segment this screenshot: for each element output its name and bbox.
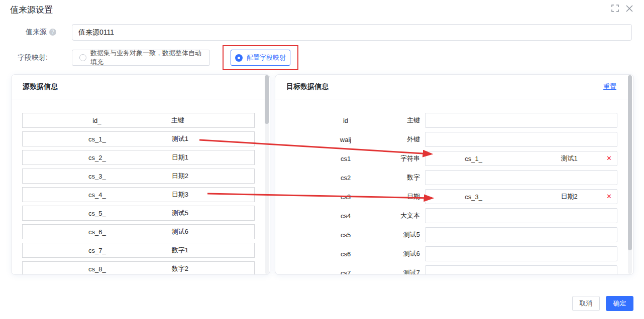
source-field-row[interactable]: cs_3_ 日期2 bbox=[22, 169, 255, 184]
target-field-name: id bbox=[310, 117, 381, 124]
source-field-name: cs_3_ bbox=[88, 173, 106, 180]
target-field-type: 测试5 bbox=[381, 230, 420, 239]
target-field-name: waij bbox=[310, 136, 381, 143]
target-field-type: 数字 bbox=[381, 173, 420, 182]
option-auto-fill-label: 数据集与业务对象一致，数据整体自动填充 bbox=[90, 49, 202, 67]
target-field-name: cs7 bbox=[310, 269, 381, 275]
mapped-source-name: cs_1_ bbox=[465, 155, 482, 163]
target-field-name: cs2 bbox=[310, 174, 381, 182]
value-source-input[interactable] bbox=[72, 24, 632, 41]
source-field-name: cs_8_ bbox=[88, 265, 106, 273]
source-field-label: 主键 bbox=[171, 116, 184, 125]
source-data-panel: 源数据信息 id_ 主键 cs_1_ 测试1 cs_2_ 日期1 bbox=[11, 74, 270, 275]
mapping-slot[interactable] bbox=[425, 265, 617, 275]
target-field-type: 测试6 bbox=[381, 249, 420, 258]
target-field-row: waij 外键 bbox=[275, 132, 634, 147]
mapping-slot[interactable] bbox=[425, 113, 617, 128]
target-field-name: cs3 bbox=[310, 193, 381, 201]
option-configure-mapping-label: 配置字段映射 bbox=[247, 53, 286, 62]
field-mapping-label: 字段映射: bbox=[18, 50, 48, 66]
source-field-row[interactable]: cs_4_ 日期3 bbox=[22, 187, 255, 202]
mapped-source-label: 测试1 bbox=[561, 154, 578, 163]
source-field-label: 数字2 bbox=[172, 264, 188, 273]
source-field-list: id_ 主键 cs_1_ 测试1 cs_2_ 日期1 cs_3_ 日期2 bbox=[22, 113, 255, 275]
cancel-button[interactable]: 取消 bbox=[572, 296, 600, 311]
scrollbar-track[interactable] bbox=[628, 75, 632, 274]
target-field-name: cs1 bbox=[310, 155, 381, 163]
target-field-type: 外键 bbox=[381, 135, 420, 144]
confirm-button[interactable]: 确定 bbox=[606, 296, 633, 311]
target-data-panel: 目标数据信息 重置 id 主键 waij 外键 bbox=[275, 74, 634, 275]
source-field-name: id_ bbox=[92, 117, 101, 124]
source-panel-title: 源数据信息 bbox=[23, 82, 58, 91]
target-field-row: cs2 数字 bbox=[275, 170, 634, 185]
source-field-label: 数字1 bbox=[172, 246, 188, 255]
target-panel-title: 目标数据信息 bbox=[286, 82, 329, 91]
mapping-slot[interactable]: cs_1_ 测试1 ✕ bbox=[425, 151, 617, 166]
value-source-label: 值来源 bbox=[26, 28, 47, 37]
reset-link[interactable]: 重置 bbox=[603, 82, 616, 91]
scrollbar-thumb[interactable] bbox=[265, 75, 269, 124]
target-field-type: 日期 bbox=[381, 192, 420, 201]
source-field-label: 测试6 bbox=[172, 227, 188, 236]
mapping-slot[interactable] bbox=[425, 208, 617, 223]
scrollbar-thumb[interactable] bbox=[628, 75, 632, 250]
fullscreen-icon[interactable] bbox=[611, 5, 619, 12]
target-field-name: cs4 bbox=[310, 212, 381, 220]
target-field-name: cs6 bbox=[310, 250, 381, 258]
target-field-row: cs5 测试5 bbox=[275, 227, 634, 242]
target-field-list: id 主键 waij 外键 bbox=[275, 113, 634, 275]
source-field-row[interactable]: cs_6_ 测试6 bbox=[22, 224, 255, 239]
target-field-row: cs7 测试7 bbox=[275, 265, 634, 275]
source-field-name: cs_4_ bbox=[88, 191, 106, 199]
option-configure-mapping[interactable]: 配置字段映射 bbox=[231, 50, 290, 66]
mapped-source-label: 日期2 bbox=[561, 192, 578, 201]
source-field-row[interactable]: cs_7_ 数字1 bbox=[22, 243, 255, 258]
source-field-name: cs_1_ bbox=[88, 135, 106, 143]
close-icon[interactable] bbox=[626, 5, 633, 12]
mapping-slot[interactable]: cs_3_ 日期2 ✕ bbox=[425, 189, 617, 204]
mapping-slot[interactable] bbox=[425, 246, 617, 261]
source-field-label: 测试1 bbox=[172, 134, 188, 143]
radio-checked-icon[interactable] bbox=[235, 54, 243, 62]
target-field-type: 大文本 bbox=[381, 211, 420, 220]
value-source-settings-dialog: 值来源设置 值来源 ? 字段映射: 数据集与业务对象一致，数据整体自动填充 配置… bbox=[0, 0, 644, 319]
scrollbar-track[interactable] bbox=[265, 75, 269, 274]
dialog-title: 值来源设置 bbox=[10, 4, 53, 16]
mapping-slot[interactable] bbox=[425, 132, 617, 147]
remove-mapping-icon[interactable]: ✕ bbox=[606, 151, 612, 166]
source-field-label: 测试5 bbox=[172, 209, 188, 218]
target-field-type: 测试7 bbox=[381, 268, 420, 275]
target-field-row: cs6 测试6 bbox=[275, 246, 634, 261]
source-field-name: cs_6_ bbox=[88, 228, 106, 236]
source-field-label: 日期3 bbox=[172, 190, 188, 199]
mapping-slot[interactable] bbox=[425, 170, 617, 185]
source-field-row[interactable]: cs_5_ 测试5 bbox=[22, 206, 255, 221]
mapped-source-name: cs_3_ bbox=[465, 193, 482, 201]
remove-mapping-icon[interactable]: ✕ bbox=[606, 190, 612, 204]
source-field-name: cs_7_ bbox=[88, 247, 106, 254]
radio-unchecked-icon[interactable] bbox=[79, 54, 86, 61]
target-field-row: cs4 大文本 bbox=[275, 208, 634, 223]
source-field-label: 日期1 bbox=[172, 153, 188, 162]
mapping-slot[interactable] bbox=[425, 227, 617, 242]
option-auto-fill[interactable]: 数据集与业务对象一致，数据整体自动填充 bbox=[72, 50, 210, 66]
source-field-row[interactable]: cs_2_ 日期1 bbox=[22, 150, 255, 165]
source-field-row[interactable]: cs_1_ 测试1 bbox=[22, 131, 255, 146]
target-field-row: cs1 字符串 cs_1_ 测试1 ✕ bbox=[275, 151, 634, 166]
source-field-name: cs_2_ bbox=[88, 154, 106, 162]
source-field-name: cs_5_ bbox=[88, 210, 106, 217]
source-field-label: 日期2 bbox=[172, 172, 188, 181]
source-field-row[interactable]: id_ 主键 bbox=[22, 113, 255, 128]
help-icon[interactable]: ? bbox=[49, 29, 56, 36]
source-field-row[interactable]: cs_8_ 数字2 bbox=[22, 261, 255, 275]
target-field-name: cs5 bbox=[310, 231, 381, 239]
target-field-type: 字符串 bbox=[381, 154, 420, 163]
target-field-row: cs3 日期 cs_3_ 日期2 ✕ bbox=[275, 189, 634, 204]
target-field-row: id 主键 bbox=[275, 113, 634, 128]
target-field-type: 主键 bbox=[381, 116, 420, 125]
